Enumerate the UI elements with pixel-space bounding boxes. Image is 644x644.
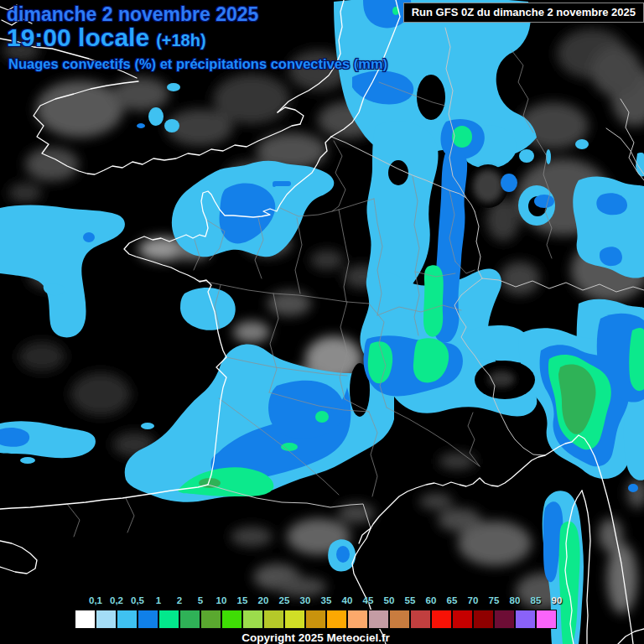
legend-cell — [494, 610, 515, 629]
legend-cell — [368, 610, 389, 629]
copyright-label: Copyright 2025 Meteociel.fr — [75, 631, 557, 644]
date-label: dimanche 2 novembre 2025 — [7, 3, 258, 26]
legend-cell — [473, 610, 494, 629]
legend-cell — [536, 610, 557, 629]
legend-cell — [158, 610, 179, 629]
legend-cell — [410, 610, 431, 629]
legend-cell — [263, 610, 284, 629]
legend-cells — [75, 610, 557, 629]
legend-label: 1 — [156, 595, 161, 605]
legend-label: 60 — [426, 595, 437, 605]
weather-map — [0, 0, 644, 644]
legend-labels: 0,10,20,51251015202530354045505560657075… — [75, 595, 558, 609]
legend-cell — [138, 610, 158, 629]
legend-cell — [200, 610, 221, 629]
legend-label: 5 — [198, 595, 203, 605]
legend-cell — [431, 610, 452, 629]
legend-cell — [179, 610, 200, 629]
legend-label: 35 — [321, 595, 332, 605]
legend-cell — [515, 610, 536, 629]
legend-cell — [326, 610, 347, 629]
legend-cell — [452, 610, 473, 629]
legend-label: 55 — [405, 595, 416, 605]
legend-cell — [242, 610, 263, 629]
legend-cell — [221, 610, 242, 629]
legend-label: 70 — [468, 595, 479, 605]
legend-label: 2 — [177, 595, 182, 605]
legend-cell — [284, 610, 305, 629]
time-value: 19:00 locale — [7, 23, 149, 51]
legend-scale: 0,10,20,51251015202530354045505560657075… — [75, 595, 558, 644]
legend-label: 0,5 — [131, 595, 144, 605]
legend-cell — [389, 610, 410, 629]
legend-label: 10 — [216, 595, 227, 605]
weather-map-page: dimanche 2 novembre 2025 19:00 locale(+1… — [0, 0, 644, 644]
legend-cell — [96, 610, 117, 629]
map-subtitle: Nuages convectifs (%) et précipitations … — [8, 56, 387, 72]
forecast-offset-label: (+18h) — [156, 31, 205, 49]
legend-label: 0,1 — [89, 595, 102, 605]
legend-label: 80 — [510, 595, 521, 605]
legend-cell — [305, 610, 326, 629]
legend-label: 65 — [447, 595, 458, 605]
legend-cell — [117, 610, 138, 629]
run-info-box: Run GFS 0Z du dimanche 2 novembre 2025 — [403, 3, 644, 23]
legend-label: 75 — [489, 595, 500, 605]
legend-label: 20 — [258, 595, 269, 605]
legend-label: 90 — [552, 595, 563, 605]
legend-label: 0,2 — [110, 595, 123, 605]
time-label: 19:00 locale(+18h) — [7, 23, 206, 52]
legend-label: 15 — [237, 595, 248, 605]
legend-label: 85 — [531, 595, 542, 605]
legend-label: 25 — [279, 595, 290, 605]
legend-label: 30 — [300, 595, 311, 605]
legend-label: 40 — [342, 595, 353, 605]
legend-cell — [75, 610, 96, 629]
legend-label: 50 — [384, 595, 395, 605]
legend-label: 45 — [363, 595, 374, 605]
legend-cell — [347, 610, 368, 629]
